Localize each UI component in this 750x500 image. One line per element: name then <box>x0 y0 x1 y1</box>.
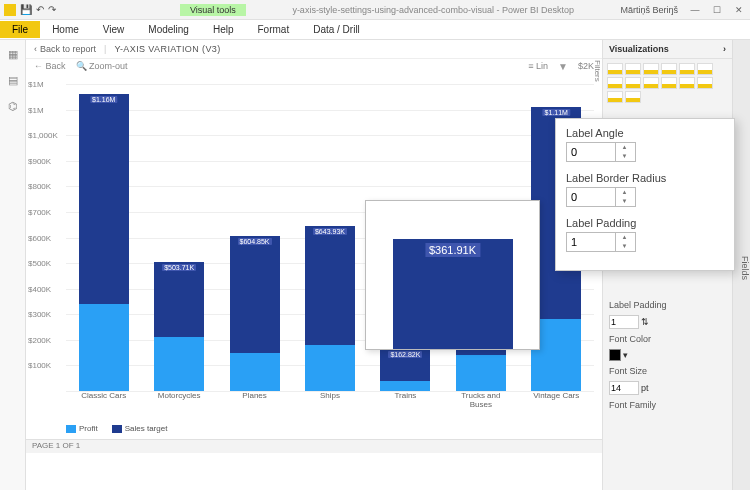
label-padding-input[interactable] <box>567 233 615 251</box>
file-tab[interactable]: File <box>0 21 40 38</box>
down-arrow-icon[interactable]: ▼ <box>616 242 633 251</box>
zoom-out-button[interactable]: 🔍 Zoom-out <box>76 61 128 72</box>
undo-icon[interactable]: ↶ <box>36 4 44 15</box>
x-tick: Trucks and Buses <box>451 391 511 409</box>
bar[interactable]: $503.71K <box>154 262 204 391</box>
filter-icon[interactable]: ▼ <box>558 61 568 72</box>
x-tick: Ships <box>300 391 360 409</box>
separator: | <box>104 44 106 54</box>
label-padding-input[interactable] <box>609 315 639 329</box>
legend: Profit Sales target <box>66 424 167 433</box>
down-arrow-icon[interactable]: ▼ <box>616 197 633 206</box>
zoom-data-label: $361.91K <box>425 243 480 257</box>
label-angle-input[interactable] <box>567 143 615 161</box>
user-name[interactable]: Mārtiņš Beriŋš <box>620 5 684 15</box>
model-view-icon[interactable]: ⌬ <box>6 100 20 114</box>
filters-rail[interactable]: Filters <box>588 60 602 82</box>
chevron-left-icon: ‹ <box>34 44 37 54</box>
left-nav-rail: ▦ ▤ ⌬ <box>0 40 26 490</box>
label-properties-card: Label Angle ▲▼ Label Border Radius ▲▼ La… <box>555 118 735 271</box>
tab-data-drill[interactable]: Data / Drill <box>301 21 372 38</box>
x-axis: Classic CarsMotorcyclesPlanesShipsTrains… <box>66 391 594 409</box>
pt-label: pt <box>641 383 649 393</box>
viz-gallery[interactable] <box>603 59 732 107</box>
x-tick: Vintage Cars <box>526 391 586 409</box>
zoom-bar: $361.91K <box>393 239 513 349</box>
label-padding-spinner[interactable]: ▲▼ <box>566 232 636 252</box>
data-label: $643.93K <box>313 228 347 235</box>
dropdown-icon[interactable]: ▾ <box>623 350 628 360</box>
data-label: $162.82K <box>388 351 422 358</box>
window-controls: — ☐ ✕ <box>684 0 750 20</box>
font-family-label: Font Family <box>603 397 732 413</box>
titlebar: 💾 ↶ ↷ Visual tools y-axis-style-settings… <box>0 0 750 20</box>
legend-profit: Profit <box>66 424 98 433</box>
data-label: $1.11M <box>543 109 570 116</box>
stepper-icon[interactable]: ⇅ <box>641 317 649 327</box>
ribbon: File Home View Modeling Help Format Data… <box>0 20 750 40</box>
bar[interactable]: $1.16M <box>79 94 129 391</box>
label-padding-label: Label Padding <box>566 217 724 229</box>
label-angle-spinner[interactable]: ▲▼ <box>566 142 636 162</box>
up-arrow-icon[interactable]: ▲ <box>616 143 633 152</box>
quick-access-toolbar: 💾 ↶ ↷ <box>0 4 60 16</box>
label-radius-input[interactable] <box>567 188 615 206</box>
tab-modeling[interactable]: Modeling <box>136 21 201 38</box>
bar[interactable]: $643.93K <box>305 226 355 391</box>
visual-tools-tab[interactable]: Visual tools <box>180 4 246 16</box>
bar[interactable]: $162.82K <box>380 349 430 391</box>
label-radius-label: Label Border Radius <box>566 172 724 184</box>
font-size-input[interactable] <box>609 381 639 395</box>
font-color-label: Font Color <box>603 331 732 347</box>
tab-home[interactable]: Home <box>40 21 91 38</box>
up-arrow-icon[interactable]: ▲ <box>616 188 633 197</box>
label-angle-label: Label Angle <box>566 127 724 139</box>
x-tick: Trains <box>375 391 435 409</box>
data-label: $1.16M <box>90 96 117 103</box>
close-button[interactable]: ✕ <box>728 0 750 20</box>
redo-icon[interactable]: ↷ <box>48 4 56 15</box>
maximize-button[interactable]: ☐ <box>706 0 728 20</box>
up-arrow-icon[interactable]: ▲ <box>616 233 633 242</box>
save-icon[interactable]: 💾 <box>20 4 32 15</box>
x-tick: Motorcycles <box>149 391 209 409</box>
label-padding-label: Label Padding <box>603 297 732 313</box>
legend-sales-target: Sales target <box>112 424 168 433</box>
report-view-icon[interactable]: ▦ <box>6 48 20 62</box>
font-size-label: Font Size <box>603 363 732 379</box>
color-swatch[interactable] <box>609 349 621 361</box>
data-label: $503.71K <box>162 264 196 271</box>
chevron-right-icon: › <box>723 44 726 54</box>
minimize-button[interactable]: — <box>684 0 706 20</box>
breadcrumb: ‹ Back to report | Y-AXIS VARIATION (V3) <box>26 40 602 59</box>
x-tick: Planes <box>225 391 285 409</box>
tab-help[interactable]: Help <box>201 21 246 38</box>
zoom-inset: $361.91K <box>365 200 540 350</box>
tab-view[interactable]: View <box>91 21 137 38</box>
page-title: Y-AXIS VARIATION (V3) <box>114 44 220 54</box>
x-tick: Classic Cars <box>74 391 134 409</box>
bar[interactable]: $604.85K <box>230 236 280 391</box>
app-icon <box>4 4 16 16</box>
tab-format[interactable]: Format <box>245 21 301 38</box>
visualizations-header[interactable]: Visualizations› <box>603 40 732 59</box>
back-label: Back to report <box>40 44 96 54</box>
data-view-icon[interactable]: ▤ <box>6 74 20 88</box>
data-label: $604.85K <box>238 238 272 245</box>
document-title: y-axis-style-settings-using-advanced-com… <box>246 5 621 15</box>
down-arrow-icon[interactable]: ▼ <box>616 152 633 161</box>
visual-toolbar: ← Back 🔍 Zoom-out ≡ Lin ▼ $2K <box>26 59 602 74</box>
back-to-report[interactable]: ‹ Back to report <box>34 44 96 54</box>
lin-toggle[interactable]: ≡ Lin <box>528 61 548 72</box>
back-button[interactable]: ← Back <box>34 61 66 72</box>
status-bar: PAGE 1 OF 1 <box>26 439 602 453</box>
label-radius-spinner[interactable]: ▲▼ <box>566 187 636 207</box>
